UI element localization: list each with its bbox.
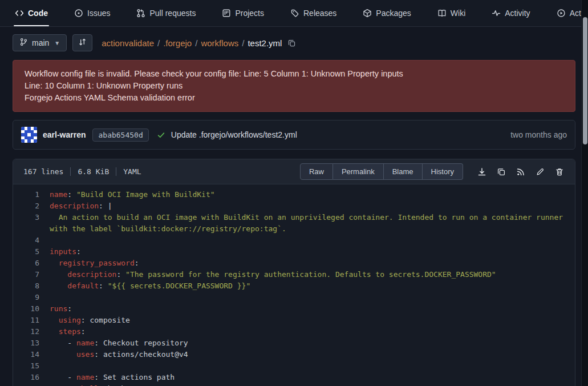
book-icon (437, 9, 447, 18)
code-token: : (76, 247, 81, 256)
code-token: name (76, 339, 94, 347)
breadcrumb-link[interactable]: .forgejo (163, 38, 192, 48)
code-line-content (50, 292, 575, 303)
file-view-box: 167 lines6.8 KiBYAML RawPermalinkBlameHi… (13, 159, 575, 386)
rss-button[interactable] (512, 163, 529, 180)
code-line: 7 description: "The password for the reg… (13, 269, 575, 280)
nav-tab-projects[interactable]: Projects (221, 0, 265, 26)
commit-author[interactable]: earl-warren (43, 130, 86, 139)
code-line-content: name: "Build OCI Image with BuildKit" (50, 189, 575, 200)
error-banner: Workflow config file is invalid. Please … (13, 60, 575, 112)
line-number[interactable]: 10 (13, 303, 50, 315)
nav-tab-code[interactable]: Code (14, 0, 49, 26)
file-meta-item: 6.8 KiB (70, 167, 116, 176)
code-token: description (67, 270, 116, 279)
code-token: description (50, 202, 99, 210)
branch-selector-button[interactable]: main ▼ (13, 34, 67, 51)
history-button[interactable]: History (423, 163, 463, 180)
code-line-content: runs: (50, 303, 575, 315)
line-number[interactable]: 13 (13, 337, 50, 349)
latest-commit-box: earl-warren abab65450d Update .forgejo/w… (13, 120, 575, 150)
line-number[interactable]: 1 (13, 189, 50, 200)
line-number[interactable]: 6 (13, 258, 50, 269)
rss-icon (516, 167, 525, 176)
scrollbar-thumb[interactable] (583, 17, 587, 144)
code-token: : (67, 190, 76, 199)
code-line: 3 An action to build an OCI image with B… (13, 212, 575, 235)
copy-path-icon[interactable] (287, 39, 296, 47)
nav-tab-label: Wiki (451, 9, 465, 18)
code-token: : (81, 327, 86, 336)
nav-tab-releases[interactable]: Releases (289, 0, 338, 26)
nav-tab-label: Pull requests (149, 9, 196, 18)
code-token: registry_password (59, 259, 135, 267)
code-token: : (94, 373, 103, 381)
line-number[interactable]: 17 (13, 383, 50, 386)
nav-tab-label: Code (28, 9, 48, 18)
code-token: using (59, 316, 81, 324)
code-token: An action to build an OCI image with Bui… (50, 213, 567, 233)
project-icon (222, 9, 231, 18)
nav-tab-issues[interactable]: Issues (73, 0, 111, 26)
line-number[interactable]: 16 (13, 372, 50, 383)
repo-tab-bar: CodeIssuesPull requestsProjectsReleasesP… (0, 0, 588, 27)
breadcrumb-separator: / (242, 38, 244, 48)
scrollbar-track[interactable] (581, 0, 588, 386)
package-icon (363, 9, 372, 18)
line-number[interactable]: 5 (13, 246, 50, 258)
line-number[interactable]: 14 (13, 349, 50, 360)
blame-button[interactable]: Blame (384, 163, 423, 180)
code-token: name (76, 373, 94, 381)
check-icon[interactable] (157, 131, 165, 139)
nav-tab-packages[interactable]: Packages (362, 0, 412, 26)
nav-tab-wiki[interactable]: Wiki (436, 0, 467, 26)
nav-tab-label: Packages (376, 9, 411, 18)
line-number[interactable]: 12 (13, 326, 50, 337)
code-token (50, 327, 59, 336)
code-line-content: registry_password: (50, 258, 575, 269)
nav-tab-label: Issues (87, 9, 110, 18)
breadcrumb: actionvalidate/.forgejo/workflows/test2.… (102, 38, 296, 48)
breadcrumb-link[interactable]: actionvalidate (102, 38, 154, 48)
code-view: 1name: "Build OCI Image with BuildKit"2d… (13, 184, 575, 386)
file-action-group: RawPermalinkBlameHistory (300, 163, 463, 180)
raw-button[interactable]: Raw (300, 163, 333, 180)
commit-hash-button[interactable]: abab65450d (92, 128, 148, 142)
nav-tab-pull-requests[interactable]: Pull requests (135, 0, 197, 26)
code-token: Checkout repository (103, 339, 188, 347)
trash-button[interactable] (551, 163, 568, 180)
download-button[interactable] (473, 163, 490, 180)
code-token (50, 270, 67, 279)
line-number[interactable]: 11 (13, 315, 50, 326)
line-number[interactable]: 7 (13, 269, 50, 280)
breadcrumb-link[interactable]: workflows (201, 38, 238, 48)
avatar[interactable] (21, 127, 37, 143)
pencil-icon (536, 167, 545, 176)
line-number[interactable]: 8 (13, 280, 50, 292)
code-token: runs (50, 304, 67, 313)
commit-time: two months ago (510, 130, 567, 139)
copy-button[interactable] (493, 163, 510, 180)
code-token (50, 213, 59, 222)
nav-tab-label: Projects (235, 9, 264, 18)
code-token: - (50, 373, 76, 381)
code-token: "Build OCI Image with BuildKit" (76, 190, 215, 199)
branch-icon (19, 38, 28, 48)
line-number[interactable]: 4 (13, 235, 50, 246)
code-line-content: uses: actions/checkout@v4 (50, 349, 575, 360)
code-line-content (50, 360, 575, 372)
line-number[interactable]: 15 (13, 360, 50, 372)
line-number[interactable]: 9 (13, 292, 50, 303)
nav-tab-activity[interactable]: Activity (490, 0, 531, 26)
code-line-content: - name: Set actions path (50, 372, 575, 383)
line-number[interactable]: 3 (13, 212, 50, 235)
code-line: 9 (13, 292, 575, 303)
breadcrumb-separator: / (195, 38, 197, 48)
commit-message[interactable]: Update .forgejo/workflows/test2.yml (171, 130, 297, 139)
compare-button[interactable] (72, 34, 92, 51)
line-number[interactable]: 2 (13, 200, 50, 212)
code-line-content: inputs: (50, 246, 575, 258)
pencil-button[interactable] (532, 163, 549, 180)
code-line: 2description: | (13, 200, 575, 212)
permalink-button[interactable]: Permalink (333, 163, 384, 180)
